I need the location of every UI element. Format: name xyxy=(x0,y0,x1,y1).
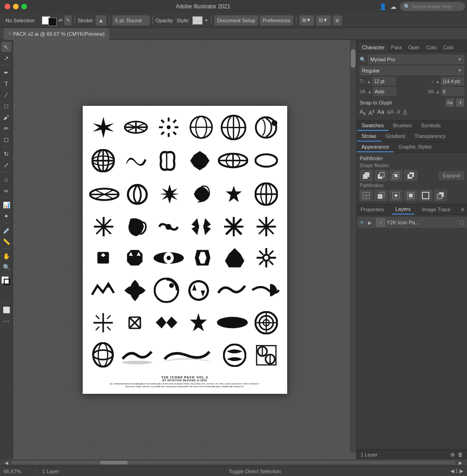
type-tool[interactable]: T xyxy=(1,78,12,89)
arrange-btn[interactable]: ⊞▼ xyxy=(299,15,314,26)
measure-tool[interactable]: 📏 xyxy=(1,236,12,247)
font-size-input[interactable]: 12 pt xyxy=(372,77,395,85)
char-opt-6[interactable]: A xyxy=(403,109,407,117)
warp-tool[interactable]: ⌂ xyxy=(1,174,12,184)
preferences-btn[interactable]: Preferences xyxy=(260,15,293,26)
maximize-window-button[interactable] xyxy=(21,4,27,9)
tab-image-trace[interactable]: Image Trace xyxy=(418,205,454,214)
kerning-input[interactable]: 0 xyxy=(441,87,464,96)
scroll-track-h[interactable] xyxy=(11,461,456,464)
leading-input[interactable]: (14.4 pt) xyxy=(441,77,464,85)
swap-icon[interactable]: ⇄ xyxy=(59,18,62,23)
scroll-left-btn[interactable]: ◀ xyxy=(2,460,11,465)
tab-oper[interactable]: Oper xyxy=(405,43,423,52)
line-tool[interactable]: ∕ xyxy=(1,90,12,100)
font-style-selector[interactable]: Regular ▼ xyxy=(360,66,464,75)
tab-para[interactable]: Para xyxy=(388,43,405,52)
stroke-up-btn[interactable]: ▲ xyxy=(96,15,106,26)
search-bar[interactable]: 🔍 Search Adobe Help xyxy=(400,2,465,11)
crop-btn[interactable] xyxy=(404,190,417,201)
style-swatch[interactable] xyxy=(192,16,203,25)
scroll-thumb-v[interactable] xyxy=(351,49,355,68)
char-opt-3[interactable]: Aa xyxy=(377,109,384,117)
paintbrush-tool[interactable]: 🖌 xyxy=(1,112,12,122)
style-dropdown-arrow[interactable]: ▼ xyxy=(204,18,209,23)
tracking-control[interactable]: ▲ Auto xyxy=(368,87,396,96)
cloud-icon[interactable]: ☁ xyxy=(390,1,396,12)
expand-btn[interactable]: Expand xyxy=(439,171,464,180)
zoom-tool[interactable]: 🔍 xyxy=(1,262,12,272)
align-btn[interactable]: ⊟▼ xyxy=(316,15,331,26)
more-tools[interactable]: ⋯ xyxy=(1,316,12,326)
size-up-btn[interactable]: ▲ xyxy=(367,79,371,84)
menu-btn[interactable]: ≡ xyxy=(333,15,342,26)
snap-icon-1[interactable]: Aa xyxy=(446,98,454,107)
stroke-mode-btn[interactable]: ✎ xyxy=(64,15,72,26)
hand-tool[interactable]: ✋ xyxy=(1,251,12,261)
leading-control[interactable]: ▲ (14.4 pt) xyxy=(435,77,464,85)
doc-tab[interactable]: × PACK v2.ai @ 66.67 % (CMYK/Preview) xyxy=(4,28,109,40)
eyedropper-tool[interactable]: 💉 xyxy=(1,225,12,235)
select-tool[interactable]: ↖ xyxy=(1,42,12,52)
stroke-pt-btn[interactable]: 5 pt. Round xyxy=(112,15,150,26)
user-icon[interactable]: 👤 xyxy=(379,1,387,12)
minimize-window-button[interactable] xyxy=(13,4,19,9)
intersect-btn[interactable] xyxy=(389,170,402,181)
merge-btn[interactable] xyxy=(389,190,402,201)
scroll-thumb-h[interactable] xyxy=(100,461,128,464)
rect-tool[interactable]: □ xyxy=(1,101,12,111)
layer-select-indicator[interactable] xyxy=(460,220,464,225)
kern-up-btn[interactable]: ▲ xyxy=(435,89,440,94)
artboard-nav[interactable]: ◀ 1 ▶ xyxy=(450,468,463,474)
eraser-tool[interactable]: ◻ xyxy=(1,134,12,144)
tab-colo1[interactable]: Colo xyxy=(423,43,440,52)
tab-transparency[interactable]: Transparency xyxy=(410,131,450,142)
font-selector[interactable]: Myriad Pro ▼ xyxy=(368,55,464,64)
horizontal-scrollbar[interactable]: ◀ ▶ xyxy=(0,459,467,466)
layer-visibility-btn[interactable]: 👁 xyxy=(360,220,366,225)
column-graph-tool[interactable]: 📊 xyxy=(1,200,12,210)
outline-btn[interactable] xyxy=(419,190,432,201)
tab-layers[interactable]: Layers xyxy=(392,204,414,215)
rotate-tool[interactable]: ↻ xyxy=(1,149,12,159)
minus-front-btn[interactable] xyxy=(375,170,388,181)
tab-colo2[interactable]: Colo xyxy=(440,43,457,52)
close-window-button[interactable] xyxy=(5,4,10,9)
tab-graphic-styles[interactable]: Graphic Styles xyxy=(394,142,436,152)
stroke-color[interactable] xyxy=(4,279,10,285)
symbol-tool[interactable]: ✦ xyxy=(1,211,12,221)
tab-gradient[interactable]: Gradient xyxy=(381,131,410,142)
delete-layer-btn[interactable]: 🗑 xyxy=(458,451,463,458)
color-swatches[interactable] xyxy=(1,276,12,287)
change-screen-mode[interactable]: ⬜ xyxy=(1,305,12,315)
tab-properties[interactable]: Properties xyxy=(357,205,388,214)
char-opt-1[interactable]: Ax xyxy=(360,109,366,117)
unite-btn[interactable] xyxy=(360,170,373,181)
tab-appearance[interactable]: Appearance xyxy=(357,142,394,152)
minus-back-btn[interactable] xyxy=(434,190,447,201)
pen-tool[interactable]: ✒ xyxy=(1,67,12,78)
scale-tool[interactable]: ⤢ xyxy=(1,160,12,170)
scroll-right-btn[interactable]: ▶ xyxy=(456,460,465,465)
font-size-control[interactable]: ▲ 12 pt xyxy=(367,77,395,85)
layer-expand-btn[interactable]: ▶ xyxy=(368,220,375,225)
tab-symbols[interactable]: Symbols xyxy=(416,121,445,131)
pencil-tool[interactable]: ✏ xyxy=(1,123,12,133)
exclude-btn[interactable] xyxy=(404,170,417,181)
direct-select-tool[interactable]: ↗ xyxy=(1,53,12,63)
vertical-scrollbar[interactable] xyxy=(350,40,356,453)
blend-tool[interactable]: ∞ xyxy=(1,185,12,196)
stroke-swatch[interactable] xyxy=(48,18,57,26)
doc-tab-close-btn[interactable]: × xyxy=(8,31,11,36)
divide-btn[interactable] xyxy=(360,190,373,201)
search-font-icon[interactable]: 🔍 xyxy=(360,56,366,63)
tab-stroke[interactable]: Stroke xyxy=(357,131,381,142)
kerning-control[interactable]: ▲ 0 xyxy=(435,87,464,96)
char-opt-4[interactable]: aA xyxy=(387,109,394,117)
tab-character[interactable]: Character xyxy=(359,43,388,52)
layer-row[interactable]: 👁 ▶ Y Y2K Icon Pa... xyxy=(357,217,467,228)
tracking-input[interactable]: Auto xyxy=(373,87,396,96)
lead-up-btn[interactable]: ▲ xyxy=(435,79,440,84)
new-layer-btn[interactable]: ⊕ xyxy=(450,451,455,458)
char-opt-2[interactable]: Ax xyxy=(368,109,375,117)
